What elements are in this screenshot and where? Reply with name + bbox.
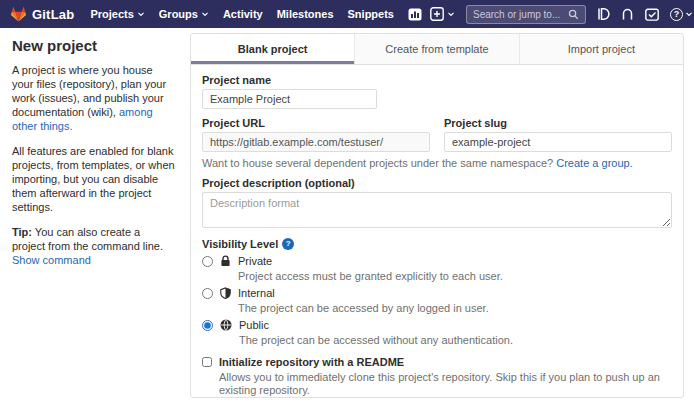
readme-checkbox[interactable] bbox=[202, 357, 212, 367]
visibility-option-internal[interactable]: Internal The project can be accessed by … bbox=[202, 287, 672, 315]
project-name-group: Project name bbox=[202, 74, 672, 109]
analytics-icon[interactable] bbox=[408, 8, 422, 21]
nav-item-groups-label: Groups bbox=[159, 8, 198, 20]
issues-icon bbox=[597, 7, 610, 21]
visibility-option-public[interactable]: Public The project can be accessed witho… bbox=[202, 319, 672, 347]
visibility-option-text: Public The project can be accessed witho… bbox=[239, 319, 513, 347]
visibility-level-label: Visibility Level bbox=[202, 238, 278, 250]
project-description-label: Project description (optional) bbox=[202, 177, 672, 189]
readme-option[interactable]: Initialize repository with a README Allo… bbox=[202, 356, 672, 397]
project-description-group: Project description (optional) bbox=[202, 177, 672, 230]
readme-description: Allows you to immediately clone this pro… bbox=[219, 371, 672, 397]
top-navbar: GitLab Projects Groups Activity Mileston… bbox=[0, 0, 694, 28]
nav-item-snippets-label: Snippets bbox=[348, 8, 394, 20]
readme-text: Initialize repository with a README Allo… bbox=[219, 356, 672, 397]
todos-button[interactable] bbox=[645, 8, 659, 21]
private-label: Private bbox=[238, 255, 503, 268]
public-description: The project can be accessed without any … bbox=[239, 334, 513, 347]
project-name-label: Project name bbox=[202, 74, 672, 86]
internal-radio[interactable] bbox=[202, 288, 213, 299]
readme-label: Initialize repository with a README bbox=[219, 356, 404, 368]
nav-item-milestones[interactable]: Milestones bbox=[277, 8, 334, 20]
todo-check-icon bbox=[645, 8, 659, 21]
nav-item-projects-label: Projects bbox=[90, 8, 133, 20]
namespace-hint-text: Want to house several dependent projects… bbox=[202, 157, 556, 169]
project-name-field[interactable] bbox=[202, 89, 377, 109]
tab-blank-project-label: Blank project bbox=[238, 43, 308, 55]
private-radio[interactable] bbox=[202, 256, 213, 267]
internal-label: Internal bbox=[238, 287, 489, 300]
search-icon bbox=[568, 9, 579, 20]
internal-description: The project can be accessed by any logge… bbox=[238, 302, 489, 315]
plus-square-icon bbox=[430, 7, 444, 21]
nav-item-milestones-label: Milestones bbox=[277, 8, 334, 20]
create-a-group-link[interactable]: Create a group. bbox=[556, 157, 632, 169]
project-url-group: Project URL bbox=[202, 117, 430, 152]
merge-request-icon bbox=[621, 7, 634, 21]
create-project-button[interactable]: Create project bbox=[202, 397, 300, 398]
sidebar-paragraph-2: All features are enabled for blank proje… bbox=[12, 144, 176, 214]
global-search[interactable] bbox=[466, 5, 586, 24]
page-title: New project bbox=[12, 37, 176, 54]
new-menu-button[interactable] bbox=[430, 7, 455, 21]
visibility-option-text: Internal The project can be accessed by … bbox=[238, 287, 489, 315]
visibility-option-private[interactable]: Private Project access must be granted e… bbox=[202, 255, 672, 283]
new-project-form: Project name Project URL Project slug Wa… bbox=[191, 65, 683, 398]
form-actions: Create project Cancel bbox=[202, 397, 672, 398]
visibility-option-text: Private Project access must be granted e… bbox=[238, 255, 503, 283]
nav-item-groups[interactable]: Groups bbox=[159, 8, 209, 20]
project-url-field[interactable] bbox=[202, 132, 430, 152]
project-type-tabs: Blank project Create from template Impor… bbox=[191, 34, 683, 65]
chevron-down-icon bbox=[685, 10, 693, 18]
private-description: Project access must be granted explicitl… bbox=[238, 270, 503, 283]
globe-icon bbox=[220, 319, 232, 331]
tab-blank-project[interactable]: Blank project bbox=[191, 34, 354, 64]
brand-name: GitLab bbox=[32, 7, 74, 22]
url-slug-row: Project URL Project slug bbox=[202, 117, 672, 152]
tab-create-from-template-label: Create from template bbox=[385, 43, 488, 55]
cancel-button[interactable]: Cancel bbox=[614, 397, 672, 398]
help-icon: ? bbox=[670, 8, 683, 21]
sidebar-tip: Tip: You can also create a project from … bbox=[12, 225, 176, 267]
namespace-hint: Want to house several dependent projects… bbox=[202, 157, 672, 169]
chevron-down-icon bbox=[201, 10, 209, 18]
search-input[interactable] bbox=[473, 9, 561, 20]
project-url-label: Project URL bbox=[202, 117, 430, 129]
tab-create-from-template[interactable]: Create from template bbox=[354, 34, 518, 64]
project-description-field[interactable] bbox=[202, 192, 672, 228]
sidebar-paragraph-1: A project is where you house your files … bbox=[12, 63, 176, 133]
public-label: Public bbox=[239, 319, 513, 332]
chevron-down-icon bbox=[137, 10, 145, 18]
tip-label: Tip: bbox=[12, 226, 32, 238]
sidebar-help-panel: New project A project is where you house… bbox=[12, 33, 176, 278]
chevron-down-icon bbox=[447, 10, 455, 18]
visibility-level-header: Visibility Level ? bbox=[202, 238, 672, 250]
tab-import-project[interactable]: Import project bbox=[519, 34, 683, 64]
new-project-page: GitLab Projects Groups Activity Mileston… bbox=[0, 0, 694, 403]
issues-button[interactable] bbox=[597, 7, 610, 21]
tip-text: You can also create a project from the c… bbox=[12, 226, 163, 252]
merge-requests-button[interactable] bbox=[621, 7, 634, 21]
nav-item-activity[interactable]: Activity bbox=[223, 8, 263, 20]
project-slug-label: Project slug bbox=[444, 117, 672, 129]
navbar-links: Projects Groups Activity Milestones Snip… bbox=[90, 8, 422, 21]
shield-icon bbox=[220, 287, 231, 299]
navbar-right: ? + bbox=[430, 5, 694, 24]
nav-item-projects[interactable]: Projects bbox=[90, 8, 144, 20]
page-content: New project A project is where you house… bbox=[0, 28, 694, 398]
bar-chart-icon bbox=[408, 8, 422, 21]
gitlab-tanuki-icon bbox=[10, 6, 27, 22]
nav-item-snippets[interactable]: Snippets bbox=[348, 8, 394, 20]
project-slug-group: Project slug bbox=[444, 117, 672, 152]
nav-item-activity-label: Activity bbox=[223, 8, 263, 20]
lock-icon bbox=[220, 255, 231, 267]
project-slug-field[interactable] bbox=[444, 132, 672, 152]
help-menu-button[interactable]: ? bbox=[670, 8, 693, 21]
visibility-help-icon[interactable]: ? bbox=[282, 238, 294, 250]
gitlab-home-link[interactable]: GitLab bbox=[10, 6, 74, 22]
tab-import-project-label: Import project bbox=[568, 43, 635, 55]
public-radio[interactable] bbox=[202, 320, 213, 331]
show-command-link[interactable]: Show command bbox=[12, 254, 91, 266]
new-project-card: Blank project Create from template Impor… bbox=[190, 33, 684, 398]
